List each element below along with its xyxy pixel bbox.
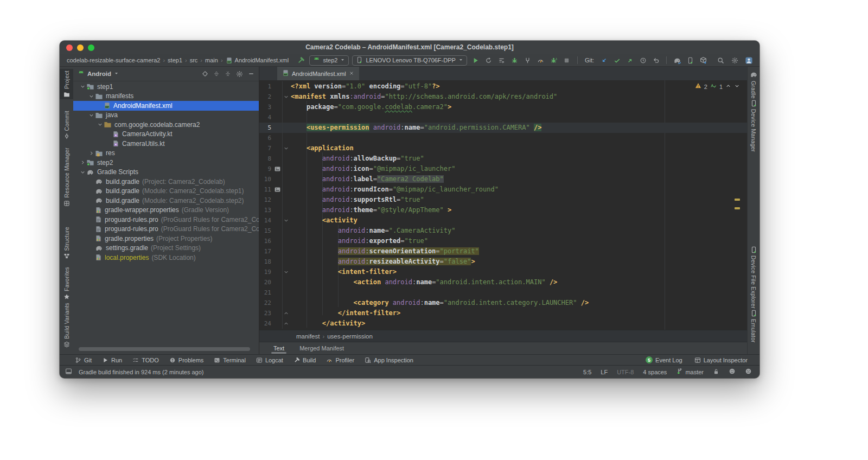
tree-chevron-icon[interactable] xyxy=(79,159,86,165)
debug-button[interactable] xyxy=(509,55,520,66)
rollback-button[interactable] xyxy=(650,55,661,66)
tool-strip-gradle[interactable]: Gradle xyxy=(748,69,760,100)
tool-window-button-run[interactable]: Run xyxy=(102,357,122,363)
tool-window-button-git[interactable]: Git xyxy=(75,357,92,363)
fold-marker-icon[interactable] xyxy=(282,215,290,226)
tree-chevron-icon[interactable] xyxy=(96,122,104,127)
build-project-button[interactable] xyxy=(295,55,306,66)
tool-window-button-profiler[interactable]: Profiler xyxy=(326,357,354,363)
fold-marker-icon[interactable] xyxy=(282,267,290,277)
inspections-widget[interactable]: 2 1 xyxy=(695,82,740,92)
next-problem-button[interactable] xyxy=(734,82,740,92)
tree-item-build-gradle[interactable]: build.gradle(Project: Camera2_Codelab) xyxy=(73,177,259,187)
fold-marker-icon[interactable] xyxy=(282,92,290,102)
error-stripe-mark[interactable] xyxy=(735,207,740,209)
locate-icon[interactable] xyxy=(202,71,208,77)
tree-item-res[interactable]: res xyxy=(73,149,259,158)
tree-item-proguard-rules-pro[interactable]: proguard-rules.pro(ProGuard Rules for Ca… xyxy=(73,215,259,225)
xml-breadcrumb-item[interactable]: uses-permission xyxy=(327,333,373,340)
tool-strip-commit[interactable]: Commit xyxy=(60,109,73,141)
tool-window-button-terminal[interactable]: Terminal xyxy=(214,357,246,363)
tree-item-camerautils-kt[interactable]: KCameraUtils.kt xyxy=(73,139,259,149)
code-line-14[interactable]: 14 <activity xyxy=(259,215,748,226)
tree-item-settings-gradle[interactable]: settings.gradle(Project Settings) xyxy=(73,244,259,253)
code-line-6[interactable]: 6 xyxy=(259,133,748,143)
editor-view-tab-merged-manifest[interactable]: Merged Manifest xyxy=(299,342,344,354)
settings-icon[interactable] xyxy=(236,71,243,78)
stop-button[interactable] xyxy=(561,55,572,66)
tree-item-cameraactivity-kt[interactable]: KCameraActivity.kt xyxy=(73,130,259,139)
tool-strip-emulator[interactable]: Emulator xyxy=(748,308,760,344)
tool-strip-project[interactable]: Project xyxy=(60,69,73,99)
error-stripe-mark[interactable] xyxy=(735,199,740,201)
indent-setting[interactable]: 4 spaces xyxy=(643,369,667,375)
code-line-10[interactable]: 10 android:label="Camera2 Codelab" xyxy=(259,174,748,184)
tree-item-gradle-properties[interactable]: gradle.properties(Project Properties) xyxy=(73,234,259,244)
tool-strip-device-manager[interactable]: Device Manager xyxy=(748,98,760,154)
code-line-15[interactable]: 15 android:name=".CameraActivity" xyxy=(259,226,748,236)
tree-item-local-properties[interactable]: local.properties(SDK Location) xyxy=(73,253,259,263)
tool-window-button-todo[interactable]: TODO xyxy=(132,357,159,363)
breadcrumb-item[interactable]: main xyxy=(205,57,218,63)
code-line-17[interactable]: 17 android:screenOrientation="portrait" xyxy=(259,246,748,257)
code-line-13[interactable]: 13 android:theme="@style/AppTheme" > xyxy=(259,205,748,215)
lock-icon[interactable] xyxy=(713,368,719,376)
push-button[interactable] xyxy=(624,55,635,66)
image-preview-gutter-icon[interactable] xyxy=(272,165,282,173)
tree-item-proguard-rules-pro[interactable]: proguard-rules.pro(ProGuard Rules for Ca… xyxy=(73,225,259,234)
tree-chevron-icon[interactable] xyxy=(87,150,95,156)
fold-marker-icon[interactable] xyxy=(282,143,290,154)
breadcrumb-item[interactable]: src xyxy=(190,57,198,63)
code-line-7[interactable]: 7 <application xyxy=(259,143,748,154)
tree-item-build-gradle[interactable]: build.gradle(Module: Camera2_Codelab.ste… xyxy=(73,196,259,206)
tool-strip-resource-manager[interactable]: Resource Manager xyxy=(60,146,73,208)
tool-window-button-app-inspection[interactable]: App Inspection xyxy=(365,357,413,363)
tree-item-java[interactable]: java xyxy=(73,111,259,120)
code-area[interactable]: 1<?xml version="1.0" encoding="utf-8"?>2… xyxy=(259,80,748,331)
code-line-20[interactable]: 20 <action android:name="android.intent.… xyxy=(259,277,748,288)
code-line-23[interactable]: 23 </intent-filter> xyxy=(259,308,748,318)
tool-strip-build-variants[interactable]: Build Variants xyxy=(60,301,73,349)
run-configuration-select[interactable]: step2 xyxy=(309,55,349,66)
settings-button[interactable] xyxy=(729,55,740,66)
code-line-1[interactable]: 1<?xml version="1.0" encoding="utf-8"?> xyxy=(259,81,748,92)
sdk-manager-button[interactable] xyxy=(698,55,709,66)
xml-breadcrumb-item[interactable]: manifest xyxy=(296,333,320,340)
code-line-5[interactable]: 5 <uses-permission android:name="android… xyxy=(259,123,748,133)
collapse-all-icon[interactable] xyxy=(225,71,231,77)
tree-item-gradle-wrapper-properties[interactable]: gradle-wrapper.properties(Gradle Version… xyxy=(73,206,259,215)
user-avatar-button[interactable] xyxy=(743,55,754,66)
code-line-12[interactable]: 12 android:supportsRtl="true" xyxy=(259,195,748,205)
commit-button[interactable] xyxy=(611,55,622,66)
code-line-21[interactable]: 21 xyxy=(259,288,748,298)
tool-window-button-problems[interactable]: Problems xyxy=(169,357,203,363)
code-line-9[interactable]: 9 android:icon="@mipmap/ic_launcher" xyxy=(259,164,748,174)
editor-view-tab-text[interactable]: Text xyxy=(273,342,284,354)
tree-item-com-google-codelab-camera2[interactable]: com.google.codelab.camera2 xyxy=(73,120,259,130)
close-icon[interactable] xyxy=(349,71,354,77)
fold-marker-icon[interactable] xyxy=(282,308,290,318)
tree-item-build-gradle[interactable]: build.gradle(Module: Camera2_Codelab.ste… xyxy=(73,187,259,196)
happy-feedback-icon[interactable] xyxy=(729,368,736,376)
code-line-16[interactable]: 16 android:exported="true" xyxy=(259,236,748,246)
tool-strip-structure[interactable]: Structure xyxy=(60,225,73,261)
profile-button[interactable] xyxy=(535,55,546,66)
tree-item-androidmanifest-xml[interactable]: MFAndroidManifest.xml xyxy=(73,101,259,111)
line-separator[interactable]: LF xyxy=(601,369,608,375)
sad-feedback-icon[interactable] xyxy=(745,368,752,376)
git-branch-widget[interactable]: master xyxy=(676,368,704,376)
tool-window-button-logcat[interactable]: Logcat xyxy=(256,357,283,363)
profile-restart-button[interactable] xyxy=(548,55,559,66)
breadcrumb-item[interactable]: step1 xyxy=(168,57,182,63)
tree-item-gradle-scripts[interactable]: Gradle Scripts xyxy=(73,168,259,177)
expand-all-icon[interactable] xyxy=(213,71,220,77)
code-line-8[interactable]: 8 android:allowBackup="true" xyxy=(259,154,748,164)
run-button[interactable] xyxy=(470,55,481,66)
tool-window-button-build[interactable]: Build xyxy=(293,357,316,363)
breadcrumb-item[interactable]: codelab-resizable-surface-camera2 xyxy=(67,57,160,63)
tool-window-button-layout-inspector[interactable]: Layout Inspector xyxy=(694,357,748,363)
hide-icon[interactable] xyxy=(248,71,254,77)
code-line-18[interactable]: 18 android:resizeableActivity="false"> xyxy=(259,257,748,267)
code-line-11[interactable]: 11 android:roundIcon="@mipmap/ic_launche… xyxy=(259,184,748,195)
apply-changes-button[interactable] xyxy=(483,55,494,66)
